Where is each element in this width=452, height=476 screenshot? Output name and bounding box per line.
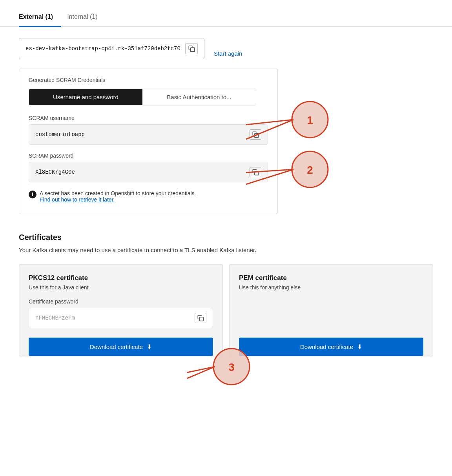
download-pem-label: Download certificate [300, 343, 353, 350]
download-pkcs12-icon: ⬇ [147, 343, 152, 351]
cert-password-box: nFMECMBPzeFm [29, 308, 213, 328]
copy-cert-password-icon [197, 314, 204, 322]
certs-section: Certificates Your Kafka clients may need… [19, 233, 433, 356]
info-icon: i [29, 191, 36, 198]
svg-rect-2 [255, 171, 259, 175]
copy-password-button[interactable] [250, 167, 261, 177]
info-notice: i A secret has been created in Openshift… [29, 190, 268, 203]
copy-username-icon [252, 131, 259, 138]
scram-username-group: SCRAM username customerinfoapp [29, 115, 268, 145]
scram-username-box: customerinfoapp [29, 124, 268, 145]
scram-password-value: Xl8ECKrg4G0e [35, 169, 250, 175]
main-content: es-dev-kafka-bootstrap-cp4i.rk-351af720d… [0, 27, 452, 367]
bootstrap-url-box: es-dev-kafka-bootstrap-cp4i.rk-351af720d… [19, 38, 204, 59]
pem-card: PEM certificate Use this for anything el… [229, 264, 433, 356]
copy-cert-password-button[interactable] [195, 313, 206, 323]
scram-password-label: SCRAM password [29, 153, 268, 159]
svg-rect-1 [255, 134, 259, 138]
copy-url-button[interactable] [185, 43, 198, 54]
toggle-basic-auth[interactable]: Basic Authentication to... [142, 89, 256, 105]
svg-rect-3 [200, 317, 204, 321]
info-link[interactable]: Find out how to retrieve it later. [40, 196, 115, 203]
download-pkcs12-button[interactable]: Download certificate ⬇ [29, 338, 213, 356]
scram-username-value: customerinfoapp [35, 131, 250, 138]
pkcs12-title: PKCS12 certificate [29, 274, 213, 282]
scram-password-group: SCRAM password Xl8ECKrg4G0e [29, 153, 268, 182]
copy-username-button[interactable] [250, 129, 261, 140]
svg-line-14 [187, 367, 215, 378]
credentials-section: Generated SCRAM Credentials Username and… [19, 69, 278, 214]
info-text: A secret has been created in Openshift t… [40, 190, 196, 203]
scram-username-label: SCRAM username [29, 115, 268, 121]
url-row: es-dev-kafka-bootstrap-cp4i.rk-351af720d… [19, 38, 372, 69]
copy-icon [188, 45, 195, 52]
certs-title: Certificates [19, 233, 433, 242]
tabs-container: External (1) Internal (1) [0, 0, 452, 27]
download-pem-button[interactable]: Download certificate ⬇ [239, 338, 423, 356]
toggle-group: Username and password Basic Authenticati… [29, 89, 256, 105]
pkcs12-desc: Use this for a Java client [29, 284, 213, 291]
download-pem-icon: ⬇ [357, 343, 362, 351]
credentials-section-label: Generated SCRAM Credentials [29, 77, 268, 83]
svg-line-15 [187, 367, 215, 372]
start-again-link[interactable]: Start again [214, 50, 242, 57]
toggle-username-password[interactable]: Username and password [29, 89, 142, 105]
certs-cards: PKCS12 certificate Use this for a Java c… [19, 264, 433, 356]
cert-password-value: nFMECMBPzeFm [35, 315, 195, 321]
cert-password-label: Certificate password [29, 298, 213, 305]
download-pkcs12-label: Download certificate [90, 343, 143, 350]
bootstrap-url-text: es-dev-kafka-bootstrap-cp4i.rk-351af720d… [26, 45, 180, 52]
svg-rect-0 [191, 48, 195, 52]
scram-password-box: Xl8ECKrg4G0e [29, 162, 268, 182]
tab-external[interactable]: External (1) [19, 9, 61, 27]
tab-internal[interactable]: Internal (1) [67, 9, 105, 27]
pem-title: PEM certificate [239, 274, 423, 282]
copy-password-icon [252, 169, 259, 176]
certs-desc: Your Kafka clients may need to use a cer… [19, 246, 433, 255]
pem-desc: Use this for anything else [239, 284, 423, 291]
pkcs12-card: PKCS12 certificate Use this for a Java c… [19, 264, 223, 356]
